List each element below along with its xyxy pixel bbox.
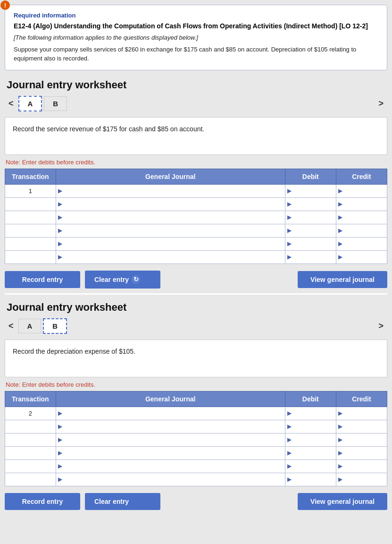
- arrow-icon: ▶: [338, 227, 342, 234]
- tab-prev-btn-2[interactable]: <: [5, 320, 17, 332]
- arrow-icon: ▶: [287, 187, 292, 194]
- th-credit-2: Credit: [336, 391, 387, 407]
- credit-cell-1-5[interactable]: ▶: [336, 250, 387, 264]
- table-row: 1 ▶ ▶ ▶: [5, 184, 387, 197]
- debit-cell-1-2[interactable]: ▶: [285, 211, 336, 224]
- general-journal-cell-2-4[interactable]: ▶: [56, 459, 285, 473]
- arrow-icon: ▶: [338, 423, 342, 430]
- th-general-journal-2: General Journal: [56, 391, 285, 407]
- arrow-icon: ▶: [287, 436, 292, 443]
- debit-cell-2-4[interactable]: ▶: [285, 459, 336, 473]
- credit-cell-2-5[interactable]: ▶: [336, 473, 387, 486]
- table-row: ▶ ▶ ▶: [5, 237, 387, 250]
- instruction-box-2: Record the depreciation expense of $105.: [5, 340, 387, 377]
- required-info-body: Suppose your company sells services of $…: [14, 45, 378, 63]
- table-row: ▶ ▶ ▶: [5, 197, 387, 211]
- credit-cell-2-2[interactable]: ▶: [336, 433, 387, 446]
- arrow-icon: ▶: [287, 214, 292, 221]
- credit-cell-2-4[interactable]: ▶: [336, 459, 387, 473]
- th-transaction-1: Transaction: [5, 169, 56, 184]
- th-transaction-2: Transaction: [5, 391, 56, 407]
- tab-B-1[interactable]: B: [44, 96, 67, 111]
- arrow-icon: ▶: [58, 201, 62, 207]
- clear-entry-button-1[interactable]: Clear entry ↻: [85, 271, 160, 289]
- general-journal-cell-2-1[interactable]: ▶: [56, 420, 285, 433]
- credit-cell-1-3[interactable]: ▶: [336, 224, 387, 237]
- arrow-icon: ▶: [58, 436, 62, 443]
- general-journal-cell-2-0[interactable]: ▶: [56, 407, 285, 420]
- general-journal-cell-2-5[interactable]: ▶: [56, 473, 285, 486]
- credit-cell-2-0[interactable]: ▶: [336, 407, 387, 420]
- general-journal-cell-1-3[interactable]: ▶: [56, 224, 285, 237]
- transaction-num-1-4: [5, 237, 56, 250]
- transaction-num-2-3: [5, 446, 56, 459]
- general-journal-cell-1-0[interactable]: ▶: [56, 184, 285, 197]
- arrow-icon: ▶: [338, 201, 342, 207]
- arrow-icon: ▶: [58, 476, 62, 483]
- debit-cell-2-2[interactable]: ▶: [285, 433, 336, 446]
- tab-A-1[interactable]: A: [18, 96, 42, 111]
- record-entry-button-2[interactable]: Record entry: [5, 493, 80, 510]
- table-row: ▶ ▶ ▶: [5, 473, 387, 486]
- transaction-num-1-5: [5, 250, 56, 264]
- arrow-icon: ▶: [58, 240, 62, 247]
- credit-cell-1-1[interactable]: ▶: [336, 197, 387, 211]
- arrow-icon: ▶: [287, 463, 292, 469]
- debit-cell-2-0[interactable]: ▶: [285, 407, 336, 420]
- debit-cell-1-3[interactable]: ▶: [285, 224, 336, 237]
- journal-section-2: Journal entry worksheet < A B > Record t…: [5, 301, 387, 510]
- credit-cell-1-0[interactable]: ▶: [336, 184, 387, 197]
- view-general-journal-button-1[interactable]: View general journal: [298, 271, 387, 288]
- arrow-icon: ▶: [338, 240, 342, 247]
- general-journal-cell-2-2[interactable]: ▶: [56, 433, 285, 446]
- debit-cell-1-1[interactable]: ▶: [285, 197, 336, 211]
- required-info-italic: [The following information applies to th…: [14, 34, 378, 41]
- debit-cell-1-0[interactable]: ▶: [285, 184, 336, 197]
- table-row: 2 ▶ ▶ ▶: [5, 407, 387, 420]
- general-journal-cell-1-2[interactable]: ▶: [56, 211, 285, 224]
- general-journal-cell-2-3[interactable]: ▶: [56, 446, 285, 459]
- debit-cell-2-3[interactable]: ▶: [285, 446, 336, 459]
- arrow-icon: ▶: [338, 463, 342, 469]
- debit-cell-2-1[interactable]: ▶: [285, 420, 336, 433]
- tab-B-2[interactable]: B: [43, 318, 67, 334]
- tab-next-btn-2[interactable]: >: [375, 320, 387, 332]
- debit-cell-2-5[interactable]: ▶: [285, 473, 336, 486]
- general-journal-cell-1-1[interactable]: ▶: [56, 197, 285, 211]
- credit-cell-1-2[interactable]: ▶: [336, 211, 387, 224]
- clear-entry-button-2[interactable]: Clear entry: [85, 493, 160, 510]
- tab-prev-btn-1[interactable]: <: [5, 98, 17, 110]
- arrow-icon: ▶: [58, 463, 62, 469]
- debit-cell-1-5[interactable]: ▶: [285, 250, 336, 264]
- tabs-row-2: < A B >: [5, 318, 387, 334]
- record-entry-button-1[interactable]: Record entry: [5, 271, 80, 288]
- credit-cell-1-4[interactable]: ▶: [336, 237, 387, 250]
- general-journal-cell-1-4[interactable]: ▶: [56, 237, 285, 250]
- general-journal-cell-1-5[interactable]: ▶: [56, 250, 285, 264]
- arrow-icon: ▶: [338, 436, 342, 443]
- view-general-journal-button-2[interactable]: View general journal: [298, 493, 387, 510]
- arrow-icon: ▶: [338, 476, 342, 483]
- required-info-title: E12-4 (Algo) Understanding the Computati…: [14, 22, 378, 31]
- tab-next-btn-1[interactable]: >: [375, 98, 387, 110]
- table-row: ▶ ▶ ▶: [5, 433, 387, 446]
- arrow-icon: ▶: [338, 214, 342, 221]
- section-divider: [5, 293, 387, 295]
- arrow-icon: ▶: [58, 214, 62, 221]
- journal-table-1: Transaction General Journal Debit Credit…: [5, 169, 387, 264]
- clear-entry-label-1: Clear entry: [94, 276, 129, 283]
- credit-cell-2-1[interactable]: ▶: [336, 420, 387, 433]
- transaction-num-2-2: [5, 433, 56, 446]
- transaction-num-1: 1: [5, 184, 56, 197]
- required-info-box: ! Required information E12-4 (Algo) Unde…: [5, 5, 387, 70]
- credit-cell-2-3[interactable]: ▶: [336, 446, 387, 459]
- tab-A-2[interactable]: A: [18, 319, 42, 333]
- arrow-icon: ▶: [287, 450, 292, 456]
- arrow-icon: ▶: [287, 201, 292, 207]
- arrow-icon: ▶: [287, 423, 292, 430]
- journal-title-2: Journal entry worksheet: [7, 301, 387, 314]
- note-2: Note: Enter debits before credits.: [6, 381, 387, 388]
- debit-cell-1-4[interactable]: ▶: [285, 237, 336, 250]
- arrow-icon: ▶: [338, 254, 342, 260]
- arrow-icon: ▶: [58, 254, 62, 260]
